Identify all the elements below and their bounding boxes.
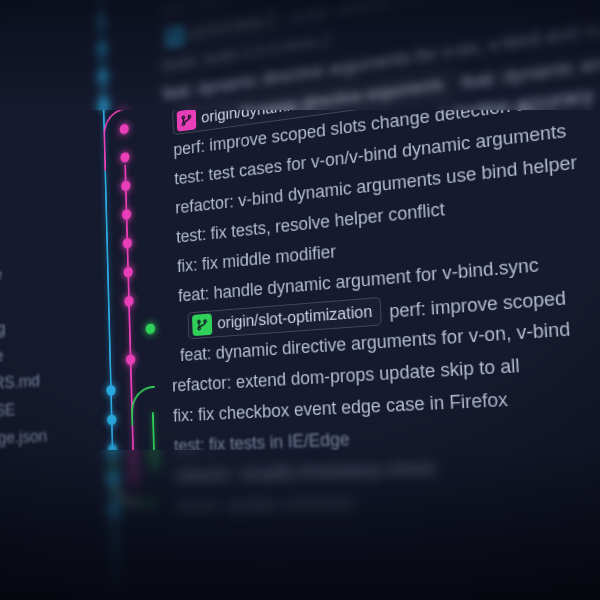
branch-icon bbox=[192, 313, 212, 336]
commit-node[interactable] bbox=[122, 208, 132, 219]
commit-node[interactable] bbox=[97, 42, 106, 53]
commit-graph: build: fix feature flags for esm buildsf… bbox=[93, 0, 600, 524]
file-list: snfignorec.jsonfignoreKERS.mdENSEckage.j… bbox=[0, 196, 105, 453]
commit-node[interactable] bbox=[109, 503, 119, 514]
commit-node[interactable] bbox=[106, 384, 116, 395]
tag-icon bbox=[165, 24, 185, 47]
commit-node[interactable] bbox=[108, 473, 118, 484]
commit-node[interactable] bbox=[99, 98, 108, 109]
commit-node[interactable] bbox=[97, 14, 106, 25]
commit-node[interactable] bbox=[107, 414, 117, 425]
commit-node[interactable] bbox=[145, 323, 155, 334]
git-graph-panel: snfignorec.jsonfignoreKERS.mdENSEckage.j… bbox=[0, 0, 600, 600]
file-list-item[interactable]: ckage.json bbox=[0, 419, 105, 453]
commit-node[interactable] bbox=[119, 123, 128, 134]
branch-icon bbox=[177, 108, 197, 131]
commit-node[interactable] bbox=[121, 180, 131, 191]
commit-node[interactable] bbox=[126, 354, 136, 365]
commit-node[interactable] bbox=[123, 266, 133, 277]
commit-node[interactable] bbox=[98, 70, 107, 81]
commit-message: chore: update comment bbox=[176, 493, 354, 518]
commit-message: test: fix tests in IE/Edge bbox=[174, 429, 350, 457]
commit-node[interactable] bbox=[124, 295, 134, 306]
commit-node[interactable] bbox=[123, 237, 133, 248]
commit-node[interactable] bbox=[108, 443, 118, 454]
svg-point-0 bbox=[172, 33, 173, 34]
commit-node[interactable] bbox=[120, 151, 130, 162]
commit-message: refactor: simplify timestamp check bbox=[175, 458, 436, 487]
